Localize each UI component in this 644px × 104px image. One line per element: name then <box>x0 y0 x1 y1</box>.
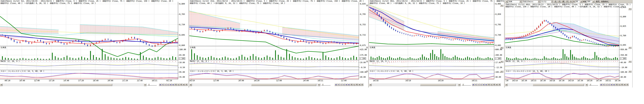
scroll-left-button[interactable]: ◀ <box>189 84 192 86</box>
expand-pane-button[interactable]: ◢ <box>366 47 368 48</box>
scrollbar-thumb[interactable] <box>60 84 112 86</box>
scroll-right-button[interactable]: ▶ <box>318 84 320 86</box>
crosshair-button[interactable]: ✛ <box>167 84 169 86</box>
step-right-button[interactable]: ▶ <box>485 84 488 86</box>
window-menu-button[interactable]: ▼ <box>506 0 508 3</box>
zoom-in-button[interactable]: + <box>162 84 164 86</box>
contract-month-select[interactable]: 11/12▼ <box>540 0 553 3</box>
d-tool-button[interactable]: D <box>350 84 353 86</box>
collapse-pane-button[interactable]: ▼ <box>628 8 632 10</box>
dot-mode-button[interactable]: ▪ <box>345 84 348 86</box>
zoom-slider-handle[interactable] <box>590 84 591 86</box>
period-minute-button[interactable]: 分 <box>569 0 573 3</box>
d-tool-button[interactable]: D <box>616 84 618 86</box>
step-left-button[interactable]: ◀ <box>600 84 602 86</box>
symbol-select[interactable]: 日経225mini▼ <box>522 0 540 3</box>
magnifier-button[interactable]: ⊕ <box>496 84 498 86</box>
line-tool-button[interactable]: L <box>618 84 620 86</box>
dot-mode-button[interactable]: ▪ <box>169 84 172 86</box>
collapse-pane-button[interactable]: ▼ <box>500 47 503 49</box>
scrollbar-thumb[interactable] <box>251 84 316 86</box>
minutes-input[interactable]: 60 <box>575 0 580 3</box>
zoom-in-button[interactable]: + <box>602 84 605 86</box>
close-chart-button[interactable]: X <box>361 84 363 86</box>
bar-type-button[interactable]: 足 <box>554 0 557 3</box>
close-chart-button[interactable]: X <box>626 84 628 86</box>
r-tool-button[interactable]: R <box>356 84 358 86</box>
zoom-in-button[interactable]: + <box>474 84 477 86</box>
scroll-right-button[interactable]: ▶ <box>458 84 460 86</box>
dot-mode-button[interactable]: ▪ <box>482 84 485 86</box>
zoom-slider-handle[interactable] <box>462 84 464 86</box>
chevron-down-icon[interactable]: ▼ <box>538 0 540 3</box>
zoom-slider-handle[interactable] <box>148 84 150 86</box>
step-left-button[interactable]: ◀ <box>159 84 161 86</box>
scrollbar-thumb[interactable] <box>533 84 584 86</box>
x-axis-label: 16:30 <box>615 80 620 82</box>
close-chart-button[interactable]: X <box>498 84 501 86</box>
period-month-button[interactable]: 月 <box>565 0 569 3</box>
scrollbar-thumb[interactable] <box>420 84 456 86</box>
window-separator[interactable] <box>504 0 505 88</box>
d-tool-button[interactable]: D <box>174 84 177 86</box>
r-tool-button[interactable]: R <box>180 84 182 86</box>
step-right-button[interactable]: ▶ <box>172 84 174 86</box>
magnifier-button[interactable]: ⊕ <box>624 84 626 86</box>
x-axis-label: 22:40 <box>137 80 142 82</box>
collapse-pane-button[interactable]: ▼ <box>500 5 503 7</box>
spinner-icon[interactable]: ◢ <box>580 0 582 3</box>
x-axis-label: 10/14 <box>512 80 518 82</box>
expand-pane-button[interactable]: ◢ <box>366 5 368 6</box>
bars-count-input[interactable]: 300 <box>586 0 592 3</box>
scroll-right-button[interactable]: ▶ <box>586 84 588 86</box>
crosshair-button[interactable]: ✛ <box>342 84 345 86</box>
collapse-pane-button[interactable]: ▼ <box>500 61 503 63</box>
line-tool-button[interactable]: L <box>177 84 180 86</box>
expand-pane-button[interactable]: ◢ <box>366 70 368 72</box>
apply-button[interactable]: 適用 <box>595 0 600 3</box>
chevron-down-icon[interactable]: ▼ <box>551 0 553 3</box>
zoom-slider-handle[interactable] <box>322 84 323 86</box>
line-tool-button[interactable]: L <box>353 84 356 86</box>
dot-mode-button[interactable]: ▪ <box>610 84 613 86</box>
magnifier-button[interactable]: ⊕ <box>358 84 361 86</box>
scroll-right-button[interactable]: ▶ <box>144 84 146 86</box>
y-axis-label: 95.00 <box>179 71 185 73</box>
period-week-button[interactable]: 週 <box>562 0 565 3</box>
crosshair-button[interactable]: ✛ <box>480 84 482 86</box>
step-left-button[interactable]: ◀ <box>472 84 474 86</box>
r-tool-button[interactable]: R <box>621 84 623 86</box>
step-right-button[interactable]: ▶ <box>348 84 350 86</box>
zoom-in-button[interactable]: + <box>337 84 340 86</box>
scroll-left-button[interactable]: ◀ <box>369 84 372 86</box>
x-axis-label: 10/18 <box>550 80 555 82</box>
multi-symbol-button[interactable]: 複数銘柄 <box>600 0 609 3</box>
zoom-out-button[interactable]: − <box>164 84 166 86</box>
instrument-type-select[interactable]: 先物▼ <box>508 0 522 3</box>
collapse-pane-button[interactable]: ▼ <box>628 61 632 63</box>
scroll-left-button[interactable]: ◀ <box>505 84 508 86</box>
period-day-button[interactable]: 日 <box>558 0 561 3</box>
collapse-pane-button[interactable]: ▼ <box>628 70 632 72</box>
d-tool-button[interactable]: D <box>488 84 490 86</box>
r-tool-button[interactable]: R <box>493 84 496 86</box>
chevron-down-icon[interactable]: ▼ <box>520 0 522 3</box>
window-separator[interactable] <box>188 0 189 88</box>
magnifier-button[interactable]: ⊕ <box>182 84 185 86</box>
y-axis-label: 8,795 <box>360 13 366 15</box>
spinner-icon[interactable]: ◢ <box>592 0 594 3</box>
crosshair-button[interactable]: ✛ <box>608 84 610 86</box>
zoom-out-button[interactable]: − <box>340 84 342 86</box>
zoom-out-button[interactable]: − <box>605 84 608 86</box>
close-chart-button[interactable]: X <box>185 84 188 86</box>
x-axis-label: 13:20 <box>49 80 54 82</box>
collapse-pane-button[interactable]: ▼ <box>500 70 503 72</box>
line-tool-button[interactable]: L <box>490 84 493 86</box>
step-left-button[interactable]: ◀ <box>334 84 337 86</box>
zoom-out-button[interactable]: − <box>477 84 480 86</box>
window-separator[interactable] <box>368 0 369 88</box>
collapse-pane-button[interactable]: ▼ <box>628 47 632 49</box>
step-right-button[interactable]: ▶ <box>613 84 615 86</box>
expand-pane-button[interactable]: ◢ <box>366 61 368 62</box>
scroll-left-button[interactable]: ◀ <box>0 84 2 86</box>
